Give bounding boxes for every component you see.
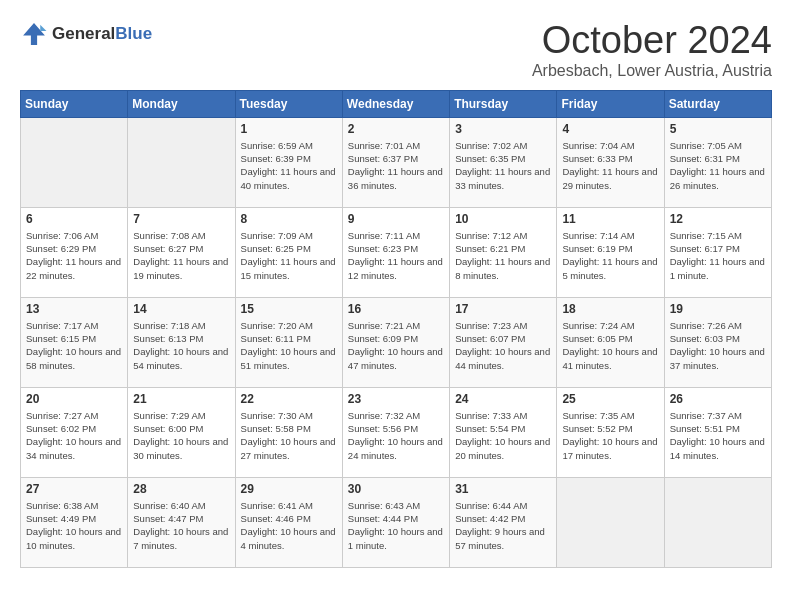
calendar-day-cell: 26Sunrise: 7:37 AM Sunset: 5:51 PM Dayli…	[664, 387, 771, 477]
calendar-day-cell: 9Sunrise: 7:11 AM Sunset: 6:23 PM Daylig…	[342, 207, 449, 297]
calendar-day-cell: 14Sunrise: 7:18 AM Sunset: 6:13 PM Dayli…	[128, 297, 235, 387]
day-number: 13	[26, 302, 122, 316]
day-number: 17	[455, 302, 551, 316]
calendar-day-cell: 27Sunrise: 6:38 AM Sunset: 4:49 PM Dayli…	[21, 477, 128, 567]
calendar-week-row: 6Sunrise: 7:06 AM Sunset: 6:29 PM Daylig…	[21, 207, 772, 297]
calendar-day-cell: 4Sunrise: 7:04 AM Sunset: 6:33 PM Daylig…	[557, 117, 664, 207]
logo-icon	[20, 20, 48, 48]
day-number: 21	[133, 392, 229, 406]
day-of-week-header: Wednesday	[342, 90, 449, 117]
day-info: Sunrise: 7:32 AM Sunset: 5:56 PM Dayligh…	[348, 409, 444, 462]
calendar-day-cell: 24Sunrise: 7:33 AM Sunset: 5:54 PM Dayli…	[450, 387, 557, 477]
page-header: GeneralBlue October 2024 Arbesbach, Lowe…	[20, 20, 772, 80]
day-number: 31	[455, 482, 551, 496]
day-info: Sunrise: 7:02 AM Sunset: 6:35 PM Dayligh…	[455, 139, 551, 192]
day-number: 20	[26, 392, 122, 406]
day-number: 16	[348, 302, 444, 316]
calendar-day-cell: 2Sunrise: 7:01 AM Sunset: 6:37 PM Daylig…	[342, 117, 449, 207]
day-number: 7	[133, 212, 229, 226]
day-number: 23	[348, 392, 444, 406]
day-info: Sunrise: 7:35 AM Sunset: 5:52 PM Dayligh…	[562, 409, 658, 462]
calendar-day-cell: 23Sunrise: 7:32 AM Sunset: 5:56 PM Dayli…	[342, 387, 449, 477]
day-of-week-header: Sunday	[21, 90, 128, 117]
day-of-week-header: Thursday	[450, 90, 557, 117]
day-info: Sunrise: 7:29 AM Sunset: 6:00 PM Dayligh…	[133, 409, 229, 462]
day-of-week-header: Monday	[128, 90, 235, 117]
location-title: Arbesbach, Lower Austria, Austria	[532, 62, 772, 80]
day-number: 1	[241, 122, 337, 136]
day-info: Sunrise: 7:26 AM Sunset: 6:03 PM Dayligh…	[670, 319, 766, 372]
day-number: 19	[670, 302, 766, 316]
day-number: 24	[455, 392, 551, 406]
day-number: 25	[562, 392, 658, 406]
calendar-day-cell: 13Sunrise: 7:17 AM Sunset: 6:15 PM Dayli…	[21, 297, 128, 387]
month-title: October 2024	[532, 20, 772, 62]
calendar-day-cell: 21Sunrise: 7:29 AM Sunset: 6:00 PM Dayli…	[128, 387, 235, 477]
calendar-day-cell: 19Sunrise: 7:26 AM Sunset: 6:03 PM Dayli…	[664, 297, 771, 387]
calendar-day-cell: 29Sunrise: 6:41 AM Sunset: 4:46 PM Dayli…	[235, 477, 342, 567]
day-info: Sunrise: 7:37 AM Sunset: 5:51 PM Dayligh…	[670, 409, 766, 462]
calendar-day-cell: 28Sunrise: 6:40 AM Sunset: 4:47 PM Dayli…	[128, 477, 235, 567]
calendar-header-row: SundayMondayTuesdayWednesdayThursdayFrid…	[21, 90, 772, 117]
day-info: Sunrise: 7:14 AM Sunset: 6:19 PM Dayligh…	[562, 229, 658, 282]
day-of-week-header: Friday	[557, 90, 664, 117]
day-of-week-header: Saturday	[664, 90, 771, 117]
day-number: 18	[562, 302, 658, 316]
day-number: 3	[455, 122, 551, 136]
day-number: 29	[241, 482, 337, 496]
calendar-week-row: 13Sunrise: 7:17 AM Sunset: 6:15 PM Dayli…	[21, 297, 772, 387]
day-number: 27	[26, 482, 122, 496]
day-info: Sunrise: 7:23 AM Sunset: 6:07 PM Dayligh…	[455, 319, 551, 372]
day-number: 30	[348, 482, 444, 496]
calendar-day-cell: 7Sunrise: 7:08 AM Sunset: 6:27 PM Daylig…	[128, 207, 235, 297]
logo: GeneralBlue	[20, 20, 152, 48]
day-info: Sunrise: 7:11 AM Sunset: 6:23 PM Dayligh…	[348, 229, 444, 282]
day-number: 28	[133, 482, 229, 496]
calendar-day-cell	[664, 477, 771, 567]
day-number: 9	[348, 212, 444, 226]
day-info: Sunrise: 7:09 AM Sunset: 6:25 PM Dayligh…	[241, 229, 337, 282]
day-number: 6	[26, 212, 122, 226]
calendar-week-row: 20Sunrise: 7:27 AM Sunset: 6:02 PM Dayli…	[21, 387, 772, 477]
calendar-day-cell	[128, 117, 235, 207]
calendar-day-cell: 10Sunrise: 7:12 AM Sunset: 6:21 PM Dayli…	[450, 207, 557, 297]
calendar-day-cell	[21, 117, 128, 207]
day-info: Sunrise: 7:17 AM Sunset: 6:15 PM Dayligh…	[26, 319, 122, 372]
day-number: 10	[455, 212, 551, 226]
day-info: Sunrise: 7:20 AM Sunset: 6:11 PM Dayligh…	[241, 319, 337, 372]
day-number: 4	[562, 122, 658, 136]
day-info: Sunrise: 7:15 AM Sunset: 6:17 PM Dayligh…	[670, 229, 766, 282]
calendar-day-cell: 11Sunrise: 7:14 AM Sunset: 6:19 PM Dayli…	[557, 207, 664, 297]
day-number: 14	[133, 302, 229, 316]
day-info: Sunrise: 7:33 AM Sunset: 5:54 PM Dayligh…	[455, 409, 551, 462]
day-number: 12	[670, 212, 766, 226]
day-number: 15	[241, 302, 337, 316]
calendar-day-cell: 6Sunrise: 7:06 AM Sunset: 6:29 PM Daylig…	[21, 207, 128, 297]
day-number: 2	[348, 122, 444, 136]
day-info: Sunrise: 7:18 AM Sunset: 6:13 PM Dayligh…	[133, 319, 229, 372]
calendar-day-cell: 8Sunrise: 7:09 AM Sunset: 6:25 PM Daylig…	[235, 207, 342, 297]
title-section: October 2024 Arbesbach, Lower Austria, A…	[532, 20, 772, 80]
day-info: Sunrise: 7:24 AM Sunset: 6:05 PM Dayligh…	[562, 319, 658, 372]
day-number: 22	[241, 392, 337, 406]
day-number: 5	[670, 122, 766, 136]
calendar-day-cell: 18Sunrise: 7:24 AM Sunset: 6:05 PM Dayli…	[557, 297, 664, 387]
day-info: Sunrise: 6:44 AM Sunset: 4:42 PM Dayligh…	[455, 499, 551, 552]
day-info: Sunrise: 6:43 AM Sunset: 4:44 PM Dayligh…	[348, 499, 444, 552]
calendar-week-row: 1Sunrise: 6:59 AM Sunset: 6:39 PM Daylig…	[21, 117, 772, 207]
calendar-day-cell: 17Sunrise: 7:23 AM Sunset: 6:07 PM Dayli…	[450, 297, 557, 387]
day-number: 11	[562, 212, 658, 226]
calendar-day-cell: 20Sunrise: 7:27 AM Sunset: 6:02 PM Dayli…	[21, 387, 128, 477]
calendar-day-cell: 16Sunrise: 7:21 AM Sunset: 6:09 PM Dayli…	[342, 297, 449, 387]
day-info: Sunrise: 7:01 AM Sunset: 6:37 PM Dayligh…	[348, 139, 444, 192]
calendar-table: SundayMondayTuesdayWednesdayThursdayFrid…	[20, 90, 772, 568]
day-info: Sunrise: 7:30 AM Sunset: 5:58 PM Dayligh…	[241, 409, 337, 462]
day-info: Sunrise: 6:40 AM Sunset: 4:47 PM Dayligh…	[133, 499, 229, 552]
day-number: 26	[670, 392, 766, 406]
day-info: Sunrise: 7:06 AM Sunset: 6:29 PM Dayligh…	[26, 229, 122, 282]
calendar-day-cell: 1Sunrise: 6:59 AM Sunset: 6:39 PM Daylig…	[235, 117, 342, 207]
day-info: Sunrise: 7:12 AM Sunset: 6:21 PM Dayligh…	[455, 229, 551, 282]
day-info: Sunrise: 6:59 AM Sunset: 6:39 PM Dayligh…	[241, 139, 337, 192]
logo-text: GeneralBlue	[52, 24, 152, 44]
day-info: Sunrise: 7:27 AM Sunset: 6:02 PM Dayligh…	[26, 409, 122, 462]
